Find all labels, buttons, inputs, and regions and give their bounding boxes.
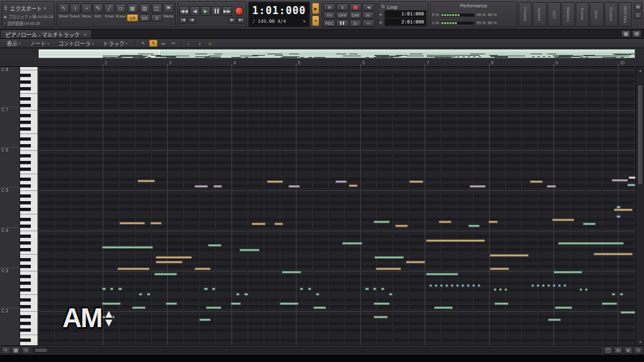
midi-note[interactable] — [117, 267, 150, 270]
midi-note[interactable] — [537, 284, 539, 287]
mute-button[interactable]: M — [323, 3, 335, 11]
piano-key-black[interactable] — [20, 154, 31, 158]
panel-layout-icon[interactable]: ▤ — [634, 3, 642, 10]
piano-key-black[interactable] — [20, 305, 31, 308]
midi-note[interactable] — [102, 246, 153, 249]
loop-end-time[interactable]: 2:01:000 — [384, 18, 427, 26]
side-tab-midi-kbd[interactable]: MIDI Kbd — [619, 2, 632, 27]
record-button[interactable] — [235, 7, 244, 15]
midi-note[interactable] — [531, 284, 534, 287]
smart-tool-icon[interactable]: ↖ — [58, 3, 69, 13]
midi-note[interactable] — [206, 306, 221, 309]
marker-next-button[interactable]: ▶ — [228, 17, 236, 23]
midi-note[interactable] — [274, 223, 283, 225]
scissors-tool-icon[interactable]: ✂ — [169, 40, 178, 47]
midi-note[interactable] — [426, 273, 458, 276]
draw-tool-icon[interactable]: ╱ — [104, 3, 115, 13]
list-options-button[interactable]: ≡ — [21, 347, 30, 354]
pencil-tool-icon[interactable]: ✎ — [149, 40, 158, 47]
grid-division-icon[interactable]: ▥ — [140, 3, 150, 13]
grid-icon[interactable]: ▦ — [127, 3, 138, 13]
side-tab-markers[interactable]: Markers — [561, 2, 575, 27]
midi-note[interactable] — [208, 244, 221, 247]
scroll-up-icon[interactable]: ▲ — [636, 67, 644, 74]
piano-key-black[interactable] — [20, 275, 31, 278]
midi-note[interactable] — [614, 208, 633, 211]
solo-button[interactable]: S — [336, 3, 348, 11]
midi-note[interactable] — [313, 306, 326, 309]
project-time-radio[interactable]: ◉ プロジェクト時:04:59:28 — [3, 13, 53, 19]
side-tab-custom[interactable]: Custom — [604, 2, 618, 27]
more-options-icon[interactable]: ≡ — [634, 11, 642, 19]
horizontal-scrollbar[interactable] — [33, 347, 601, 353]
fast-forward-button[interactable]: ▶▶ — [222, 6, 232, 16]
tool-select[interactable]: I Select — [70, 3, 80, 25]
tuplet-value[interactable]: 3 — [151, 14, 162, 21]
midi-note[interactable] — [110, 288, 113, 290]
pointer-tool-icon[interactable]: ↖ — [139, 40, 148, 47]
piano-key-black[interactable] — [20, 74, 31, 77]
midi-note[interactable] — [434, 306, 453, 309]
midi-note[interactable] — [156, 261, 182, 263]
piano-key-black[interactable] — [20, 235, 31, 238]
view-grid-icon[interactable]: ▦ — [621, 30, 631, 38]
tool-smart[interactable]: ↖ Smart — [58, 3, 69, 25]
midi-note[interactable] — [300, 288, 303, 290]
go-to-start-button[interactable]: |◀ — [179, 17, 187, 23]
piano-key-black[interactable] — [20, 241, 31, 245]
midi-note[interactable] — [288, 185, 300, 188]
tab-piano-roll[interactable]: ピアノロール - マルチトラック × — [0, 29, 92, 38]
menu-note[interactable]: ノート ▾ — [26, 40, 54, 48]
midi-note[interactable] — [555, 306, 572, 309]
grid-division-value[interactable]: 1/2 — [139, 14, 150, 21]
loop-icon[interactable]: ↻ — [381, 4, 385, 9]
midi-note[interactable] — [335, 180, 347, 183]
time-signature[interactable]: 4/4 — [278, 19, 286, 24]
midi-note[interactable] — [426, 239, 485, 242]
piano-key-black[interactable] — [20, 225, 31, 228]
go-to-end-button[interactable]: ▶| — [237, 17, 245, 23]
piano-key-black[interactable] — [20, 208, 31, 211]
midi-note[interactable] — [504, 288, 507, 291]
piano-keyboard[interactable] — [20, 67, 38, 345]
midi-note[interactable] — [616, 215, 621, 218]
punch-in-button[interactable]: ▶ — [312, 3, 319, 14]
snap-control[interactable]: ▦ 1/4 — [127, 3, 138, 25]
midi-note[interactable] — [435, 284, 437, 287]
midi-note[interactable] — [627, 184, 635, 186]
midi-note[interactable] — [558, 242, 624, 245]
snap-value[interactable]: 1/4 — [127, 14, 138, 21]
midi-note[interactable] — [374, 256, 404, 259]
midi-note[interactable] — [594, 253, 633, 255]
midi-note[interactable] — [244, 293, 248, 296]
eraser-tool-icon[interactable]: ▭ — [159, 40, 168, 47]
midi-note[interactable] — [409, 180, 423, 183]
piano-key-black[interactable] — [20, 248, 31, 251]
midi-note[interactable] — [558, 284, 561, 287]
pause-button[interactable] — [211, 6, 221, 16]
vertical-scroll-thumb[interactable] — [637, 84, 643, 185]
midi-note[interactable] — [236, 293, 239, 296]
midi-note[interactable] — [395, 225, 408, 227]
close-icon[interactable]: × — [83, 32, 87, 38]
midi-note[interactable] — [102, 288, 106, 290]
piano-key-black[interactable] — [20, 258, 31, 261]
midi-note[interactable] — [365, 288, 369, 290]
midi-note[interactable] — [542, 284, 545, 287]
piano-roll-grid[interactable]: AM▲▼ — [38, 67, 635, 345]
midi-note[interactable] — [468, 225, 480, 227]
zoom-in-button[interactable]: ⊕ — [624, 347, 633, 354]
piano-key-black[interactable] — [20, 265, 31, 268]
tool-draw[interactable]: ╱ Draw — [104, 3, 115, 25]
midi-note[interactable] — [231, 302, 241, 305]
piano-key-black[interactable] — [20, 194, 31, 198]
midi-note[interactable] — [308, 288, 311, 290]
midi-note[interactable] — [612, 179, 628, 182]
midi-note[interactable] — [199, 318, 211, 321]
off-button[interactable]: OFF — [336, 11, 348, 19]
midi-note[interactable] — [374, 316, 388, 318]
midi-note[interactable] — [499, 288, 502, 291]
select-tool-icon[interactable]: I — [70, 3, 80, 13]
side-tab-act[interactable]: ACT — [547, 2, 561, 27]
piano-key-black[interactable] — [20, 80, 31, 84]
